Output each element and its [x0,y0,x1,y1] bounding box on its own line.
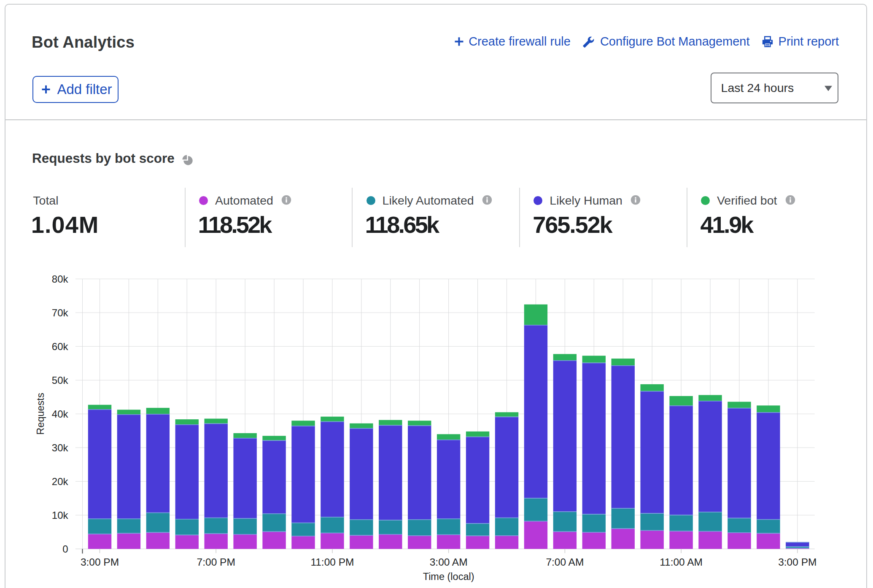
svg-text:7:00 AM: 7:00 AM [546,556,584,568]
svg-text:3:00 AM: 3:00 AM [430,556,468,568]
svg-text:50k: 50k [52,375,69,386]
svg-text:3:00 PM: 3:00 PM [81,556,119,568]
svg-text:0: 0 [62,543,68,555]
svg-text:11:00 PM: 11:00 PM [310,556,354,568]
svg-text:80k: 80k [52,273,69,285]
svg-text:11:00 AM: 11:00 AM [660,556,703,568]
svg-text:40k: 40k [52,408,69,420]
svg-text:Time (local): Time (local) [423,571,474,582]
svg-text:30k: 30k [52,442,69,453]
svg-text:Requests: Requests [35,393,46,434]
svg-text:10k: 10k [52,510,69,521]
svg-text:20k: 20k [52,476,69,487]
svg-text:70k: 70k [52,307,69,318]
svg-text:3:00 PM: 3:00 PM [778,556,816,568]
svg-text:60k: 60k [52,341,69,352]
svg-text:7:00 PM: 7:00 PM [197,556,235,568]
